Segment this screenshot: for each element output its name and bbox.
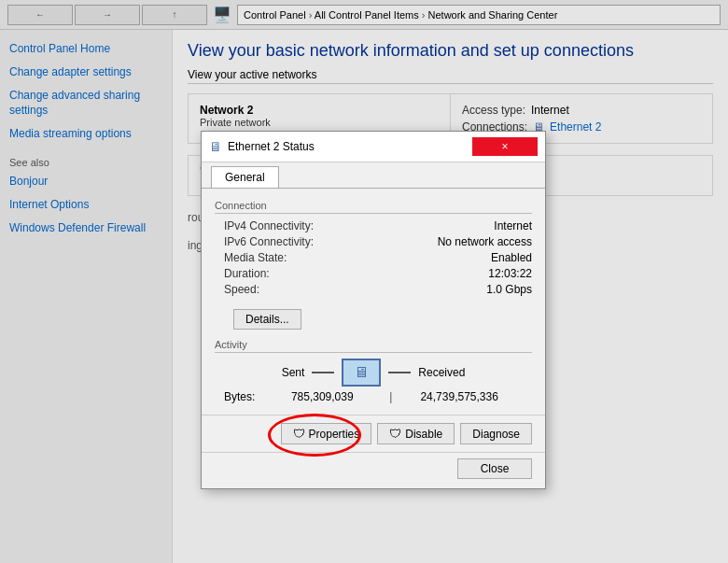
dialog-body: Connection IPv4 Connectivity: Internet I…	[202, 189, 545, 415]
disable-shield-icon: 🛡	[389, 427, 401, 441]
details-button[interactable]: Details...	[233, 309, 301, 330]
dialog-title-text: Ethernet 2 Status	[228, 140, 315, 153]
diagnose-button[interactable]: Diagnose	[460, 423, 532, 444]
activity-section-title: Activity	[215, 339, 532, 353]
ipv6-row: IPv6 Connectivity: No network access	[215, 235, 532, 248]
computer-icon: 🖥	[342, 359, 381, 387]
properties-btn-wrap: 🛡 Properties	[281, 423, 372, 444]
activity-section: Activity Sent 🖥 Received Byte	[215, 339, 532, 403]
dialog-tabs: General	[202, 162, 545, 189]
bytes-row: Bytes: 785,309,039 | 24,739,575,336	[215, 390, 532, 403]
media-state-row: Media State: Enabled	[215, 251, 532, 264]
received-label: Received	[418, 366, 465, 379]
recv-line	[388, 372, 411, 373]
tab-general[interactable]: General	[211, 166, 279, 188]
duration-label: Duration:	[215, 267, 270, 280]
sent-line	[312, 372, 334, 373]
dialog-close-row: Close	[202, 452, 545, 488]
bytes-recv-value: 24,739,575,336	[396, 390, 523, 403]
sent-label: Sent	[282, 366, 305, 379]
ipv6-value: No network access	[438, 235, 532, 248]
dialog-network-icon: 🖥	[209, 139, 222, 154]
shield-icon: 🛡	[293, 427, 305, 441]
ipv4-value: Internet	[494, 219, 532, 232]
speed-label: Speed:	[215, 283, 259, 296]
dialog-overlay: 🖥 Ethernet 2 Status × General Connection…	[0, 0, 728, 563]
activity-visual: Sent 🖥 Received	[215, 359, 532, 387]
ipv6-label: IPv6 Connectivity:	[215, 235, 314, 248]
connection-section-title: Connection	[215, 200, 532, 214]
ethernet-status-dialog: 🖥 Ethernet 2 Status × General Connection…	[201, 131, 546, 489]
disable-button[interactable]: 🛡 Disable	[377, 423, 455, 444]
properties-label: Properties	[309, 428, 360, 441]
media-state-value: Enabled	[491, 251, 532, 264]
dialog-footer: 🛡 Properties 🛡 Disable Diagnose	[202, 415, 545, 452]
bytes-label: Bytes:	[224, 390, 255, 403]
dialog-titlebar: 🖥 Ethernet 2 Status ×	[202, 132, 545, 162]
media-state-label: Media State:	[215, 251, 287, 264]
bytes-sent-value: 785,309,039	[259, 390, 385, 403]
duration-row: Duration: 12:03:22	[215, 267, 532, 280]
dialog-title-left: 🖥 Ethernet 2 Status	[209, 139, 315, 154]
disable-label: Disable	[405, 428, 442, 441]
close-button[interactable]: Close	[457, 458, 532, 479]
bytes-separator: |	[389, 390, 392, 403]
speed-value: 1.0 Gbps	[486, 283, 532, 296]
properties-button[interactable]: 🛡 Properties	[281, 423, 372, 444]
connection-section: Connection IPv4 Connectivity: Internet I…	[215, 200, 532, 330]
ipv4-label: IPv4 Connectivity:	[215, 219, 314, 232]
dialog-close-button[interactable]: ×	[472, 137, 538, 156]
monitor-screen: 🖥	[342, 359, 381, 387]
duration-value: 12:03:22	[488, 267, 532, 280]
ipv4-row: IPv4 Connectivity: Internet	[215, 219, 532, 232]
speed-row: Speed: 1.0 Gbps	[215, 283, 532, 296]
